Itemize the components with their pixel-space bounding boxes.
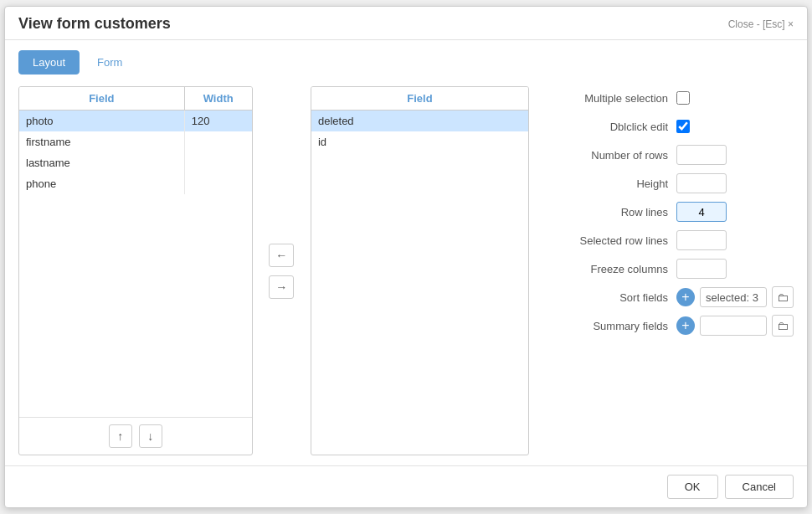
selected-row-lines-control xyxy=(676,230,727,250)
cancel-button[interactable]: Cancel xyxy=(725,475,794,499)
multiple-selection-label: Multiple selection xyxy=(559,92,676,105)
close-button[interactable]: Close - [Esc] × xyxy=(728,18,794,30)
summary-fields-folder-button[interactable]: 🗀 xyxy=(772,315,794,337)
table-row[interactable]: photo 120 xyxy=(19,111,252,131)
dblclick-edit-row: Dblclick edit xyxy=(559,115,794,138)
dialog: View form customers Close - [Esc] × Layo… xyxy=(4,6,808,508)
tab-layout[interactable]: Layout xyxy=(18,50,80,75)
height-label: Height xyxy=(559,177,676,190)
row-lines-row: Row lines xyxy=(559,200,794,224)
move-down-button[interactable]: ↓ xyxy=(139,424,162,448)
number-of-rows-input[interactable] xyxy=(676,145,727,165)
sort-fields-selected: selected: 3 xyxy=(700,287,767,307)
main-content: Field Width photo 120 firstname lastname xyxy=(18,86,794,455)
summary-fields-control: + 🗀 xyxy=(676,315,794,337)
row-lines-input[interactable] xyxy=(676,202,727,222)
summary-fields-add-button[interactable]: + xyxy=(676,316,695,335)
sort-fields-control: + selected: 3 🗀 xyxy=(676,286,794,308)
number-of-rows-control xyxy=(676,145,727,165)
height-control xyxy=(676,173,727,193)
selected-row-lines-input[interactable] xyxy=(676,230,727,250)
summary-fields-row: Summary fields + 🗀 xyxy=(559,314,794,337)
sort-fields-row: Sort fields + selected: 3 🗀 xyxy=(559,285,794,309)
freeze-columns-label: Freeze columns xyxy=(559,263,676,275)
right-header-field: Field xyxy=(311,87,528,110)
move-right-button[interactable]: → xyxy=(269,275,294,299)
selected-row-lines-label: Selected row lines xyxy=(559,234,676,247)
dialog-footer: OK Cancel xyxy=(5,465,807,507)
number-of-rows-row: Number of rows xyxy=(559,143,794,167)
left-header-field: Field xyxy=(19,87,185,110)
properties-panel: Multiple selection Dblclick edit Number … xyxy=(542,86,794,455)
table-row[interactable]: firstname xyxy=(19,131,252,152)
height-row: Height xyxy=(559,172,794,195)
dialog-header: View form customers Close - [Esc] × xyxy=(5,7,807,40)
right-table: Field deleted id xyxy=(311,86,529,455)
multiple-selection-row: Multiple selection xyxy=(559,86,794,110)
move-left-button[interactable]: ← xyxy=(269,244,294,267)
selected-row-lines-row: Selected row lines xyxy=(559,229,794,252)
move-up-button[interactable]: ↑ xyxy=(109,424,132,448)
sort-fields-label: Sort fields xyxy=(559,291,676,304)
table-row[interactable]: id xyxy=(311,131,528,152)
dialog-title: View form customers xyxy=(18,15,171,33)
left-table: Field Width photo 120 firstname lastname xyxy=(18,86,253,455)
table-row[interactable]: deleted xyxy=(311,111,528,131)
right-table-rows: deleted id xyxy=(311,111,528,455)
dblclick-edit-control xyxy=(676,120,690,133)
ok-button[interactable]: OK xyxy=(667,475,718,499)
left-table-footer: ↑ ↓ xyxy=(19,417,252,455)
number-of-rows-label: Number of rows xyxy=(559,149,676,162)
height-input[interactable] xyxy=(676,173,727,193)
table-row[interactable]: phone xyxy=(19,173,252,194)
multiple-selection-checkbox[interactable] xyxy=(676,91,690,105)
sort-fields-add-button[interactable]: + xyxy=(676,288,695,306)
right-table-header: Field xyxy=(311,87,528,111)
middle-arrows: ← → xyxy=(266,86,297,455)
tab-form[interactable]: Form xyxy=(83,50,136,75)
left-table-header: Field Width xyxy=(19,87,252,111)
row-lines-label: Row lines xyxy=(559,206,676,218)
sort-fields-folder-button[interactable]: 🗀 xyxy=(772,286,794,308)
table-row[interactable]: lastname xyxy=(19,152,252,173)
dblclick-edit-label: Dblclick edit xyxy=(559,121,676,133)
dblclick-edit-checkbox[interactable] xyxy=(676,120,690,133)
row-lines-control xyxy=(676,202,727,222)
freeze-columns-input[interactable] xyxy=(676,259,727,279)
dialog-body: Layout Form Field Width photo 120 firstn… xyxy=(5,40,807,465)
summary-fields-label: Summary fields xyxy=(559,320,676,332)
left-header-width: Width xyxy=(185,87,252,110)
freeze-columns-control xyxy=(676,259,727,279)
multiple-selection-control xyxy=(676,91,690,105)
freeze-columns-row: Freeze columns xyxy=(559,257,794,280)
left-table-rows: photo 120 firstname lastname phone xyxy=(19,111,252,417)
summary-fields-input[interactable] xyxy=(700,316,767,336)
tabs: Layout Form xyxy=(18,50,794,75)
